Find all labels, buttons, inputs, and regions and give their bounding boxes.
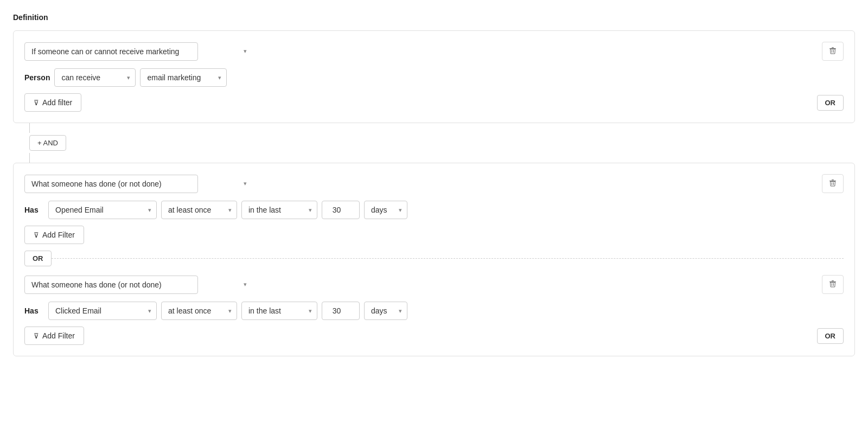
connector-line-top xyxy=(29,123,30,133)
sub-block-action-select-wrapper: Clicked Email ▾ xyxy=(48,302,157,320)
svg-rect-9 xyxy=(832,280,834,281)
block2-unit-select-wrapper: days ▾ xyxy=(364,201,407,219)
condition-block-1: If someone can or cannot receive marketi… xyxy=(13,30,855,123)
block1-add-filter-button[interactable]: ⊽ Add filter xyxy=(24,93,81,112)
block1-delete-button[interactable] xyxy=(822,42,844,61)
block1-type-select-wrapper: email marketing ▾ xyxy=(140,68,227,87)
sub-block-add-filter-label: Add Filter xyxy=(42,331,75,340)
block1-person-label: Person xyxy=(24,73,50,82)
filter-icon-2: ⊽ xyxy=(34,231,39,239)
and-button[interactable]: + AND xyxy=(29,135,66,151)
sub-block-frequency-select-wrapper: at least once ▾ xyxy=(161,302,237,320)
trash-icon-3 xyxy=(829,280,837,287)
sub-block-timeframe-dropdown[interactable]: in the last xyxy=(241,302,317,320)
block1-or-button[interactable]: OR xyxy=(817,95,844,111)
filter-icon-3: ⊽ xyxy=(34,332,39,340)
block2-unit-dropdown[interactable]: days xyxy=(364,201,407,219)
and-connector: + AND xyxy=(13,123,855,163)
block1-add-filter-label: Add filter xyxy=(42,98,72,107)
or-section-divider: OR xyxy=(24,251,844,266)
block2-action-select-wrapper: Opened Email ▾ xyxy=(48,201,157,219)
block2-has-row: Has Opened Email ▾ at least once ▾ in th… xyxy=(24,201,844,219)
block1-can-select-wrapper: can receive ▾ xyxy=(54,68,136,87)
block2-or-button[interactable]: OR xyxy=(817,328,844,344)
block2-frequency-dropdown[interactable]: at least once xyxy=(161,201,237,219)
block2-timeframe-dropdown[interactable]: in the last xyxy=(241,201,317,219)
sub-block-unit-select-wrapper: days ▾ xyxy=(364,302,407,320)
block1-person-row: Person can receive ▾ email marketing ▾ xyxy=(24,68,844,87)
block2-frequency-select-wrapper: at least once ▾ xyxy=(161,201,237,219)
sub-block-delete-button[interactable] xyxy=(822,275,844,294)
trash-icon-2 xyxy=(829,179,837,187)
sub-block-timeframe-select-wrapper: in the last ▾ xyxy=(241,302,317,320)
page-title: Definition xyxy=(13,13,855,22)
svg-rect-5 xyxy=(832,180,834,180)
sub-block-clicked: What someone has done (or not done) ▾ Ha… xyxy=(24,275,844,345)
sub-block-unit-dropdown[interactable]: days xyxy=(364,302,407,320)
block2-add-filter-button[interactable]: ⊽ Add Filter xyxy=(24,226,84,244)
block1-can-dropdown[interactable]: can receive xyxy=(54,68,136,87)
filter-icon: ⊽ xyxy=(34,99,39,107)
block2-main-dropdown[interactable]: What someone has done (or not done) xyxy=(24,175,198,193)
condition-block-2: What someone has done (or not done) ▾ Ha… xyxy=(13,163,855,356)
sub-block-main-dropdown[interactable]: What someone has done (or not done) xyxy=(24,276,198,294)
sub-block-add-filter-button[interactable]: ⊽ Add Filter xyxy=(24,327,84,345)
block1-main-dropdown[interactable]: If someone can or cannot receive marketi… xyxy=(24,42,198,61)
svg-rect-1 xyxy=(832,47,834,48)
or-section-line xyxy=(52,258,844,259)
sub-block-action-dropdown[interactable]: Clicked Email xyxy=(48,302,157,320)
block1-main-chevron-icon: ▾ xyxy=(244,48,247,55)
sub-block-main-select-wrapper: What someone has done (or not done) ▾ xyxy=(24,276,252,294)
block2-has-label: Has xyxy=(24,206,44,214)
block2-main-chevron-icon: ▾ xyxy=(244,180,247,187)
block2-number-input[interactable] xyxy=(322,201,360,219)
block2-action-dropdown[interactable]: Opened Email xyxy=(48,201,157,219)
trash-icon xyxy=(829,47,837,54)
sub-block-main-chevron-icon: ▾ xyxy=(244,281,247,288)
block1-main-select-wrapper: If someone can or cannot receive marketi… xyxy=(24,42,252,61)
block2-add-filter-label: Add Filter xyxy=(42,231,75,239)
sub-block-has-row: Has Clicked Email ▾ at least once ▾ in t… xyxy=(24,302,844,320)
sub-block-frequency-dropdown[interactable]: at least once xyxy=(161,302,237,320)
block2-delete-button[interactable] xyxy=(822,174,844,193)
block2-main-select-wrapper: What someone has done (or not done) ▾ xyxy=(24,175,252,193)
or-divider-badge[interactable]: OR xyxy=(24,251,52,266)
connector-line-bottom xyxy=(29,153,30,163)
block1-type-dropdown[interactable]: email marketing xyxy=(140,68,227,87)
sub-block-number-input[interactable] xyxy=(322,302,360,320)
block2-timeframe-select-wrapper: in the last ▾ xyxy=(241,201,317,219)
sub-block-has-label: Has xyxy=(24,306,44,315)
